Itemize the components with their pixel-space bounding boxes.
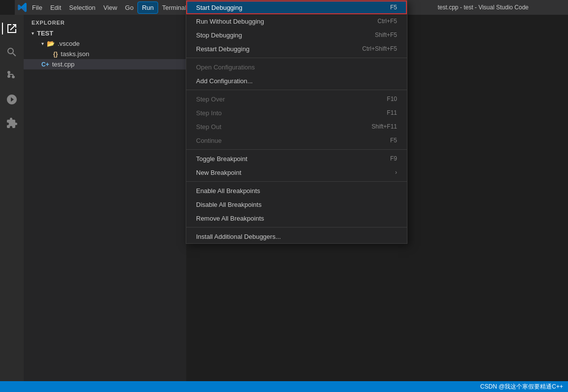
menu-view[interactable]: View: [100, 2, 121, 13]
activity-bar: [0, 15, 24, 392]
step-into-label: Step Into: [196, 109, 222, 117]
run-without-debugging-shortcut: Ctrl+F5: [377, 18, 397, 25]
menu-restart-debugging[interactable]: Restart Debugging Ctrl+Shift+F5: [186, 42, 407, 56]
vscode-logo-icon: [17, 2, 28, 13]
install-additional-debuggers-label: Install Additional Debuggers...: [196, 233, 281, 240]
tree-vscode-folder[interactable]: ▾ 📂 .vscode: [24, 38, 186, 49]
menu-run-without-debugging[interactable]: Run Without Debugging Ctrl+F5: [186, 14, 407, 28]
sidebar: Explorer ▾ TEST ▾ 📂 .vscode {} tasks.jso…: [24, 15, 186, 392]
menu-toggle-breakpoint[interactable]: Toggle Breakpoint F9: [186, 152, 407, 165]
stop-debugging-shortcut: Shift+F5: [375, 32, 397, 38]
menu-file[interactable]: File: [28, 2, 46, 13]
remove-all-breakpoints-label: Remove All Breakpoints: [196, 215, 264, 222]
start-debugging-shortcut: F5: [390, 4, 397, 11]
menu-step-out: Step Out Shift+F11: [186, 120, 407, 133]
run-without-debugging-label: Run Without Debugging: [196, 18, 264, 25]
menu-continue: Continue F5: [186, 133, 407, 147]
menu-go[interactable]: Go: [121, 2, 137, 13]
tree-root-item[interactable]: ▾ TEST: [24, 28, 186, 38]
menu-stop-debugging[interactable]: Stop Debugging Shift+F5: [186, 28, 407, 42]
folder-open-icon: 📂: [47, 40, 55, 47]
activity-search-icon[interactable]: [2, 42, 22, 62]
tree-test-cpp[interactable]: C+ test.cpp: [24, 59, 186, 69]
menu-selection[interactable]: Selection: [65, 2, 99, 13]
menu-step-into: Step Into F11: [186, 106, 407, 120]
vscode-folder-label: .vscode: [58, 40, 80, 47]
menu-remove-all-breakpoints[interactable]: Remove All Breakpoints: [186, 211, 407, 225]
menu-open-configurations: Open Configurations: [186, 60, 407, 74]
step-out-label: Step Out: [196, 123, 221, 131]
continue-label: Continue: [196, 137, 222, 144]
step-over-label: Step Over: [196, 96, 225, 103]
stop-debugging-label: Stop Debugging: [196, 32, 242, 39]
separator-3: [186, 149, 407, 150]
separator-5: [186, 227, 407, 228]
step-over-shortcut: F10: [387, 96, 397, 102]
continue-shortcut: F5: [390, 137, 397, 144]
root-label: TEST: [37, 30, 53, 37]
step-out-shortcut: Shift+F11: [371, 123, 397, 130]
statusbar-text: CSDN @我这个寒假要精通C++: [480, 383, 563, 391]
menu-new-breakpoint[interactable]: New Breakpoint ›: [186, 165, 407, 179]
json-icon: {}: [53, 51, 58, 58]
menu-enable-all-breakpoints[interactable]: Enable All Breakpoints: [186, 184, 407, 197]
sidebar-header: Explorer: [24, 15, 186, 28]
chevron-down-icon: ▾: [41, 41, 44, 46]
test-cpp-label: test.cpp: [52, 61, 75, 68]
add-configuration-label: Add Configuration...: [196, 77, 253, 85]
window-title: test.cpp - test - Visual Studio Code: [437, 4, 529, 11]
start-debugging-label: Start Debugging: [196, 4, 242, 11]
menu-edit[interactable]: Edit: [46, 2, 65, 13]
enable-all-breakpoints-label: Enable All Breakpoints: [196, 187, 260, 195]
chevron-right-icon: ›: [395, 169, 397, 176]
tree-tasks-json[interactable]: {} tasks.json: [24, 49, 186, 59]
activity-run-icon[interactable]: [2, 90, 22, 109]
activity-extensions-icon[interactable]: [2, 113, 22, 133]
restart-debugging-label: Restart Debugging: [196, 45, 249, 53]
menu-start-debugging[interactable]: Start Debugging F5: [186, 0, 407, 14]
step-into-shortcut: F11: [387, 109, 397, 116]
statusbar: CSDN @我这个寒假要精通C++: [0, 381, 568, 392]
new-breakpoint-label: New Breakpoint: [196, 169, 241, 176]
separator-2: [186, 90, 407, 90]
menu-install-additional-debuggers[interactable]: Install Additional Debuggers...: [186, 229, 407, 243]
tasks-json-label: tasks.json: [61, 50, 89, 58]
cpp-icon: C+: [41, 61, 49, 68]
menu-add-configuration[interactable]: Add Configuration...: [186, 74, 407, 88]
toggle-breakpoint-shortcut: F9: [390, 155, 397, 162]
chevron-down-icon: ▾: [32, 31, 34, 36]
separator-4: [186, 181, 407, 182]
activity-source-control-icon[interactable]: [2, 66, 22, 86]
menu-run[interactable]: Run: [137, 1, 158, 14]
menu-disable-all-breakpoints[interactable]: Disable All Breakpoints: [186, 197, 407, 211]
menu-step-over: Step Over F10: [186, 92, 407, 106]
run-dropdown-menu: Start Debugging F5 Run Without Debugging…: [186, 0, 407, 244]
separator-1: [186, 58, 407, 58]
disable-all-breakpoints-label: Disable All Breakpoints: [196, 201, 262, 208]
activity-explorer-icon[interactable]: [2, 19, 22, 38]
restart-debugging-shortcut: Ctrl+Shift+F5: [362, 45, 397, 52]
open-configurations-label: Open Configurations: [196, 64, 255, 71]
toggle-breakpoint-label: Toggle Breakpoint: [196, 155, 247, 163]
